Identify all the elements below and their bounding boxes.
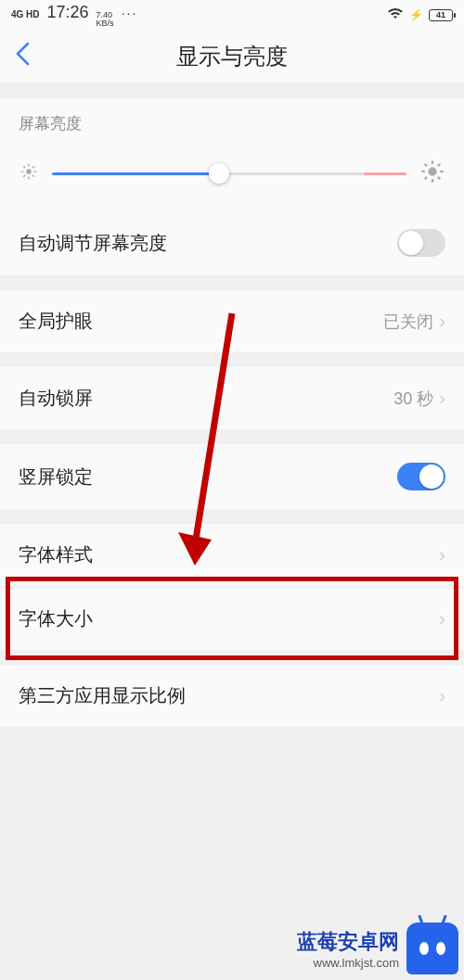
sun-low-icon	[19, 161, 39, 185]
nav-bar: 显示与亮度	[0, 30, 464, 83]
third-party-ratio-row[interactable]: 第三方应用显示比例 ›	[0, 665, 464, 727]
chevron-right-icon: ›	[439, 388, 445, 409]
font-style-label: 字体样式	[19, 542, 93, 567]
eye-care-value: 已关闭 ›	[383, 311, 445, 333]
back-button[interactable]	[15, 41, 30, 72]
svg-point-0	[26, 169, 32, 174]
svg-line-5	[23, 166, 25, 168]
more-dots: ···	[122, 6, 138, 20]
wifi-icon	[387, 7, 404, 23]
watermark-name: 蓝莓安卓网	[297, 928, 399, 956]
portrait-lock-label: 竖屏锁定	[19, 465, 93, 490]
watermark-mascot-icon	[406, 923, 458, 974]
signal-indicator: 4G HD	[11, 9, 40, 19]
auto-lock-value: 30 秒 ›	[393, 388, 445, 410]
eye-care-row[interactable]: 全局护眼 已关闭 ›	[0, 290, 464, 352]
chevron-right-icon: ›	[439, 685, 445, 706]
svg-line-15	[438, 177, 440, 179]
page-title: 显示与亮度	[0, 42, 464, 71]
auto-lock-label: 自动锁屏	[19, 386, 93, 411]
brightness-slider[interactable]	[52, 172, 406, 175]
svg-line-14	[425, 164, 427, 166]
status-bar: 4G HD 17:26 7.40KB/s ··· ⚡ 41	[0, 0, 464, 30]
status-left: 4G HD 17:26 7.40KB/s ···	[11, 3, 137, 28]
status-right: ⚡ 41	[387, 7, 453, 23]
watermark: 蓝莓安卓网 www.lmkjst.com	[291, 917, 464, 980]
auto-brightness-row[interactable]: 自动调节屏幕亮度	[0, 210, 464, 275]
chevron-right-icon: ›	[439, 311, 445, 332]
auto-lock-row[interactable]: 自动锁屏 30 秒 ›	[0, 367, 464, 429]
clock: 17:26	[47, 3, 89, 22]
auto-brightness-toggle[interactable]	[397, 229, 445, 257]
font-style-row[interactable]: 字体样式 ›	[0, 524, 464, 586]
brightness-slider-row	[0, 142, 464, 210]
font-size-label: 字体大小	[19, 606, 93, 631]
svg-line-17	[438, 164, 440, 166]
slider-thumb[interactable]	[209, 163, 229, 184]
svg-line-7	[23, 175, 25, 177]
portrait-lock-row[interactable]: 竖屏锁定	[0, 444, 464, 509]
eye-care-label: 全局护眼	[19, 309, 93, 334]
charging-icon: ⚡	[409, 8, 423, 21]
third-party-ratio-label: 第三方应用显示比例	[19, 683, 186, 708]
portrait-lock-toggle[interactable]	[397, 463, 445, 490]
font-size-row[interactable]: 字体大小 ›	[0, 588, 464, 650]
chevron-right-icon: ›	[439, 544, 445, 566]
svg-line-6	[32, 175, 34, 177]
auto-brightness-label: 自动调节屏幕亮度	[19, 231, 167, 256]
net-speed: 7.40KB/s	[97, 11, 114, 28]
battery-icon: 41	[429, 9, 453, 21]
chevron-right-icon: ›	[439, 608, 445, 630]
svg-line-16	[425, 177, 427, 179]
svg-point-9	[428, 167, 436, 175]
brightness-section-label: 屏幕亮度	[0, 98, 464, 142]
svg-line-8	[32, 166, 34, 168]
watermark-url: www.lmkjst.com	[297, 956, 399, 970]
sun-high-icon	[419, 159, 445, 188]
